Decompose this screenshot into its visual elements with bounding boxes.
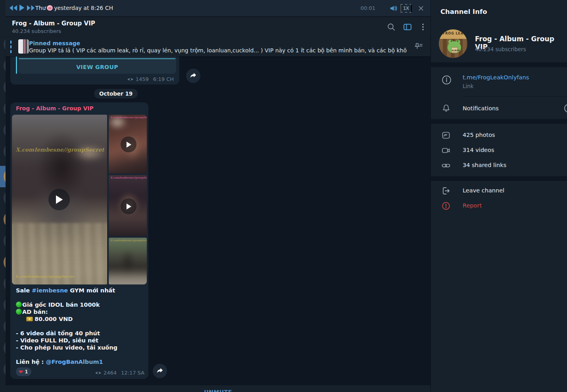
bell-icon [441, 103, 451, 113]
chat-avatar-sliver [4, 318, 6, 335]
text-sale: Sale [16, 287, 32, 294]
menu-button[interactable] [418, 22, 428, 32]
notifications-row[interactable]: Notifications [431, 102, 567, 115]
views-eye-icon [127, 77, 134, 82]
shared-links-row[interactable]: 34 shared links [431, 159, 567, 173]
heart-reaction-icon: ❤ [19, 369, 23, 375]
row-divider [463, 96, 567, 97]
close-icon [418, 5, 424, 12]
search-icon [386, 22, 396, 32]
section-divider [431, 176, 567, 181]
chat-avatar-sliver [4, 339, 6, 357]
selected-chat-sliver[interactable] [0, 166, 6, 187]
pin-indicator-segment [10, 40, 12, 44]
pinned-thumbnail [18, 39, 29, 54]
message-text-line: 80.000 VND [26, 316, 73, 322]
videos-row[interactable]: 314 videos [431, 144, 567, 158]
avatar-banner-text: FROG LEA [439, 29, 467, 39]
play-button[interactable] [19, 4, 25, 11]
unmute-bar[interactable]: UNMUTE [6, 385, 431, 392]
pinned-list-button[interactable] [413, 42, 423, 52]
split-view-icon [403, 22, 412, 32]
previous-track-button[interactable] [9, 5, 17, 11]
leave-channel-label: Leave channel [463, 187, 504, 194]
play-icon [55, 195, 63, 204]
play-video-button[interactable] [121, 198, 136, 214]
info-icon [441, 75, 452, 85]
text-price: 80.000 VND [35, 316, 73, 322]
kebab-menu-icon [418, 22, 428, 32]
section-divider [431, 119, 567, 124]
play-video-button[interactable] [121, 136, 136, 152]
text-contact-label: Liên hệ : [16, 359, 46, 365]
views-eye-icon [95, 371, 102, 375]
channel-info-panel: Channel Info FROG LEA ALBUM Frog - Album… [431, 0, 567, 392]
shared-links-count: 34 shared links [463, 162, 506, 168]
view-count: 2464 [104, 370, 117, 376]
playback-speed-button[interactable]: 1X [400, 4, 412, 13]
leave-channel-icon [441, 186, 451, 196]
pinned-message-bar[interactable]: Pinned message Group VIP tá lả ( VIP các… [6, 37, 431, 56]
pinned-text: Group VIP tá lả ( VIP các album leak, rò… [29, 47, 407, 54]
photos-icon [441, 131, 451, 140]
report-icon [441, 201, 451, 211]
videos-count: 314 videos [463, 147, 494, 153]
share-button[interactable] [186, 69, 200, 83]
frog-eye [451, 40, 452, 42]
media-album: X.comIembesne//groupSecret X.comIembesne… [12, 115, 147, 284]
frog-eye [457, 40, 458, 42]
now-playing-name: Thư [35, 5, 46, 11]
photos-count: 425 photos [463, 132, 495, 138]
unmute-button[interactable]: UNMUTE [6, 389, 431, 392]
view-count: 1459 [136, 76, 149, 82]
message-text-line: - Cho phép lưu video, tải xuống [16, 344, 117, 351]
next-track-button[interactable] [27, 5, 35, 11]
mention-link[interactable]: @FrogBanAlbum1 [46, 359, 103, 365]
photos-row[interactable]: 425 photos [431, 129, 567, 143]
report-row[interactable]: Report [431, 200, 567, 213]
channel-link[interactable]: t.me/FrogLeakOnlyfans [463, 74, 529, 81]
link-icon [441, 161, 451, 170]
chat-avatar-sliver [4, 232, 6, 250]
green-circle-emoji [16, 302, 22, 307]
chat-avatar-sliver [4, 361, 6, 378]
play-video-button[interactable] [48, 189, 70, 210]
play-icon [126, 203, 132, 210]
text-gym: GYM mới nhất [68, 287, 115, 294]
chat-title: Frog - Album - Group VIP [12, 20, 95, 27]
channel-avatar[interactable]: FROG LEA ALBUM [439, 29, 467, 58]
play-icon [126, 141, 132, 148]
fast-forward-icon [27, 5, 35, 11]
message-text-line: Giá gốc IDOL bán 1000k [16, 302, 100, 308]
hashtag-link[interactable]: #iembesne [32, 287, 68, 294]
pin-indicator-segment [10, 45, 12, 48]
telegram-window: Thưyesterday at 8:26 CH 00:01 1X Frog - … [0, 0, 567, 392]
leave-channel-row[interactable]: Leave channel [431, 185, 567, 198]
message-time: 6:19 CH [153, 76, 174, 82]
photo-thumbnail-small[interactable]: X.comIembesne//groupSecret [109, 238, 147, 284]
panel-title: Channel Info [440, 8, 487, 15]
blurred-floor-texture [12, 223, 107, 284]
play-icon [19, 4, 25, 11]
share-button[interactable] [153, 364, 167, 378]
chat-avatar-sliver [4, 254, 6, 271]
reaction-pill[interactable]: ❤ 1 [16, 367, 31, 376]
date-divider[interactable]: October 19 [94, 89, 138, 98]
close-player-button[interactable] [418, 5, 424, 12]
search-button[interactable] [386, 22, 396, 32]
view-group-button[interactable]: VIEW GROUP [18, 56, 176, 74]
chat-avatar-sliver [4, 121, 6, 139]
message-meta: 2464 12:17 SA [95, 370, 144, 376]
volume-button[interactable] [390, 5, 398, 12]
now-playing-title[interactable]: Thưyesterday at 8:26 CH [35, 5, 113, 11]
speaker-icon [390, 5, 398, 12]
chat-header[interactable]: Frog - Album - Group VIP 40.234 subscrib… [6, 17, 431, 37]
link-label: Link [463, 83, 474, 89]
toggle-info-panel-button[interactable] [403, 22, 412, 32]
chat-list-sliver[interactable] [0, 0, 6, 392]
banknote-emoji [26, 317, 33, 321]
chat-column: Thưyesterday at 8:26 CH 00:01 1X Frog - … [6, 0, 431, 392]
report-label: Report [463, 202, 482, 209]
channel-link-row[interactable]: t.me/FrogLeakOnlyfans Link [431, 74, 567, 93]
sender-name[interactable]: Frog - Album - Group VIP [16, 105, 94, 111]
